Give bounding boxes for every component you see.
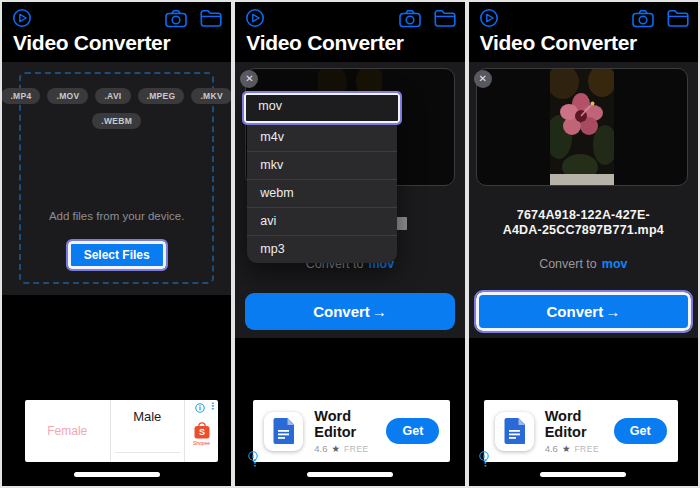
ad-text: Word Editor 4.6 ★ FREE bbox=[545, 408, 614, 454]
page-title: Video Converter bbox=[13, 31, 170, 55]
panel-select-files: Video Converter .MP4 .MOV .AVI .MPEG .MK… bbox=[2, 2, 231, 486]
ad-banner-dating[interactable]: Female Male ⋮ S Shopee bbox=[25, 400, 218, 462]
format-badges-row2: .WEBM bbox=[2, 113, 231, 129]
close-icon[interactable]: ✕ bbox=[474, 70, 492, 88]
play-circle-icon[interactable] bbox=[245, 8, 265, 28]
home-indicator[interactable] bbox=[540, 472, 626, 477]
svg-text:S: S bbox=[198, 427, 204, 437]
add-files-hint: Add files from your device. bbox=[2, 210, 231, 222]
info-icon[interactable] bbox=[195, 403, 205, 413]
ad-rating-row: 4.6 ★ FREE bbox=[545, 443, 614, 454]
format-badge: .WEBM bbox=[92, 113, 141, 129]
target-format[interactable]: mov bbox=[602, 257, 628, 271]
camera-icon[interactable] bbox=[399, 9, 421, 28]
filename-line1: 7674A918-122A-427E- bbox=[469, 208, 698, 223]
arrow-right-icon: → bbox=[605, 303, 620, 320]
video-filename: 7674A918-122A-427E- A4DA-25CC7897B771.mp… bbox=[469, 208, 698, 238]
format-dropdown: mov m4v mkv webm avi mp3 bbox=[247, 93, 397, 263]
ad-option-male[interactable]: Male bbox=[110, 400, 185, 462]
video-thumbnail bbox=[550, 69, 614, 185]
home-indicator[interactable] bbox=[307, 472, 393, 477]
shopee-caption: Shopee bbox=[193, 440, 210, 446]
page-title: Video Converter bbox=[246, 31, 403, 55]
camera-icon[interactable] bbox=[165, 9, 187, 28]
app-header: Video Converter bbox=[469, 2, 698, 62]
ad-app-name: Word Editor bbox=[545, 408, 614, 440]
dropdown-option-mkv[interactable]: mkv bbox=[247, 151, 397, 179]
filename-line2: A4DA-25CC7897B771.mp4 bbox=[469, 223, 698, 238]
get-button[interactable]: Get bbox=[614, 418, 667, 444]
word-editor-app-icon bbox=[264, 412, 303, 451]
folder-icon[interactable] bbox=[667, 9, 689, 27]
kebab-menu-icon[interactable]: ⋮ bbox=[481, 462, 487, 466]
ad-banner-word-editor[interactable]: Word Editor 4.6 ★ FREE Get ⋮ bbox=[484, 400, 678, 462]
panel-convert: Video Converter ✕ 7674A918-122A-427E- A4… bbox=[469, 2, 698, 486]
dropdown-option-mov[interactable]: mov bbox=[244, 93, 400, 123]
arrow-right-icon: → bbox=[372, 303, 387, 320]
format-badge: .MKV bbox=[191, 88, 231, 104]
video-card bbox=[476, 68, 688, 186]
ad-option-male-label: Male bbox=[133, 409, 161, 462]
format-badge: .AVI bbox=[95, 88, 130, 104]
ad-side-strip: ⋮ S Shopee bbox=[185, 400, 218, 462]
select-files-button[interactable]: Select Files bbox=[68, 241, 166, 269]
page-title: Video Converter bbox=[480, 31, 637, 55]
format-badge: .MP4 bbox=[2, 88, 40, 104]
ad-option-female[interactable]: Female bbox=[25, 400, 110, 462]
dropdown-option-m4v[interactable]: m4v bbox=[247, 123, 397, 151]
convert-to-row: Convert tomov bbox=[469, 257, 698, 271]
dropdown-option-avi[interactable]: avi bbox=[247, 207, 397, 235]
ad-banner-word-editor[interactable]: Word Editor 4.6 ★ FREE Get ⋮ bbox=[253, 400, 450, 462]
camera-icon[interactable] bbox=[632, 9, 654, 28]
ad-rating: 4.6 bbox=[545, 443, 558, 454]
get-button[interactable]: Get bbox=[386, 418, 439, 444]
ad-app-name: Word Editor bbox=[314, 408, 386, 440]
text-cursor bbox=[396, 217, 407, 230]
convert-button[interactable]: Convert→ bbox=[476, 292, 691, 331]
dropdown-option-webm[interactable]: webm bbox=[247, 179, 397, 207]
app-header: Video Converter bbox=[235, 2, 464, 62]
folder-icon[interactable] bbox=[434, 9, 456, 27]
ad-price: FREE bbox=[344, 444, 369, 454]
ad-text: Word Editor 4.6 ★ FREE bbox=[314, 408, 386, 454]
folder-icon[interactable] bbox=[200, 9, 222, 27]
panel-choose-format: Video Converter ✕ n mov m4v mkv webm avi… bbox=[235, 2, 464, 486]
ad-price: FREE bbox=[574, 444, 599, 454]
kebab-menu-icon[interactable]: ⋮ bbox=[250, 462, 256, 466]
app-header: Video Converter bbox=[2, 2, 231, 62]
format-badge: .MOV bbox=[47, 88, 88, 104]
format-badge: .MPEG bbox=[138, 88, 185, 104]
play-circle-icon[interactable] bbox=[12, 8, 32, 28]
convert-to-label: Convert to bbox=[539, 257, 597, 271]
star-icon: ★ bbox=[332, 443, 341, 454]
screenshot-frame: Video Converter .MP4 .MOV .AVI .MPEG .MK… bbox=[0, 0, 700, 488]
kebab-menu-icon[interactable]: ⋮ bbox=[208, 405, 214, 409]
ad-info-controls: ⋮ bbox=[479, 451, 489, 466]
ad-rating: 4.6 bbox=[314, 443, 327, 454]
convert-button[interactable]: Convert→ bbox=[245, 293, 454, 330]
home-indicator[interactable] bbox=[74, 472, 160, 477]
star-icon: ★ bbox=[562, 443, 571, 454]
shopee-logo[interactable]: S Shopee bbox=[185, 422, 218, 446]
play-circle-icon[interactable] bbox=[479, 8, 499, 28]
word-editor-app-icon bbox=[495, 412, 534, 451]
ad-rating-row: 4.6 ★ FREE bbox=[314, 443, 386, 454]
format-badges-row1: .MP4 .MOV .AVI .MPEG .MKV bbox=[2, 88, 231, 104]
ad-info-controls: ⋮ bbox=[248, 451, 258, 466]
divider bbox=[115, 452, 180, 453]
dropdown-option-mp3[interactable]: mp3 bbox=[247, 235, 397, 263]
